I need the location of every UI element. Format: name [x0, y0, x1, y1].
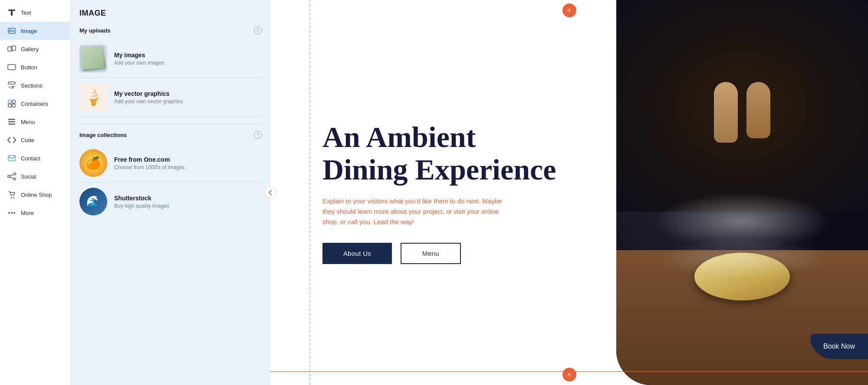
sidebar-item-sections-label: Sections [21, 82, 43, 89]
menu-icon [7, 117, 16, 127]
sidebar-item-menu[interactable]: Menu [0, 113, 70, 131]
hero-text-area: An Ambient Dining Experience Explain to … [270, 0, 616, 385]
svg-line-23 [10, 177, 14, 179]
bread-scene [616, 0, 868, 385]
sidebar-item-more-label: More [21, 210, 34, 216]
photo-stack [79, 45, 107, 72]
svg-rect-13 [8, 104, 11, 107]
sidebar-item-contact-label: Contact [21, 155, 40, 162]
hands-area [616, 0, 868, 212]
sidebar-item-text-label: Text [21, 10, 31, 16]
shutterstock-thumb: 🌊 [79, 188, 107, 215]
sidebar-item-online-shop[interactable]: Online Shop [0, 186, 70, 204]
sidebar-item-image-label: Image [21, 28, 37, 34]
shutterstock-info: Shutterstock Buy high quality images [114, 195, 169, 209]
hero-image-area: Book Now [616, 0, 868, 385]
image-panel: IMAGE My uploads ? My images Add your ow… [71, 0, 270, 385]
add-row-bottom-button[interactable]: + [562, 368, 576, 382]
svg-rect-18 [8, 156, 15, 161]
svg-point-27 [11, 212, 13, 214]
uploads-section-header: My uploads ? [79, 26, 262, 34]
image-panel-wrapper: IMAGE My uploads ? My images Add your ow… [71, 0, 270, 385]
my-vector-info: My vector graphics Add your own vector g… [114, 90, 183, 104]
svg-rect-1 [11, 11, 13, 16]
sidebar: Text Image Gallery Button Sections Conta… [0, 0, 71, 385]
more-icon [7, 208, 16, 218]
free-one-desc: Choose from 1000's of images [114, 164, 184, 170]
collections-help-icon[interactable]: ? [254, 131, 262, 139]
sidebar-item-button[interactable]: Button [0, 58, 70, 76]
about-us-button[interactable]: About Us [322, 243, 392, 264]
sidebar-item-text[interactable]: Text [0, 3, 70, 22]
my-images-thumb [79, 45, 107, 72]
svg-point-28 [13, 212, 15, 214]
svg-rect-12 [12, 100, 15, 103]
text-icon [7, 8, 16, 17]
free-one-thumb: 🍊 [79, 149, 107, 177]
sidebar-item-button-label: Button [21, 64, 37, 71]
collections-section-label: Image collections [79, 132, 127, 138]
my-images-desc: Add your own images [114, 60, 164, 66]
panel-title: IMAGE [79, 9, 262, 18]
svg-rect-15 [8, 119, 15, 120]
svg-rect-6 [8, 65, 16, 70]
fruit-emoji: 🍊 [86, 156, 101, 170]
my-vector-desc: Add your own vector graphics [114, 98, 183, 104]
sidebar-item-gallery-label: Gallery [21, 46, 39, 52]
svg-rect-11 [8, 100, 11, 103]
my-images-item[interactable]: My images Add your own images [79, 39, 262, 78]
canvas-content: An Ambient Dining Experience Explain to … [270, 0, 868, 385]
add-row-top-button[interactable]: + [562, 3, 576, 17]
my-vector-thumb: 🍦 [79, 83, 107, 111]
ocean-emoji: 🌊 [86, 195, 101, 209]
hero-subtitle: Explain to your visitors what you'd like… [322, 196, 505, 227]
free-one-info: Free from One.com Choose from 1000's of … [114, 156, 184, 170]
my-images-title: My images [114, 52, 164, 59]
photo-stack-front [81, 46, 105, 70]
sidebar-item-sections[interactable]: Sections [0, 76, 70, 95]
sidebar-item-image[interactable]: Image [0, 22, 70, 40]
main-canvas: + An Ambient Dining Experience Explain t… [270, 0, 868, 385]
code-icon [7, 135, 16, 145]
sidebar-item-social[interactable]: Social [0, 167, 70, 186]
add-row-bottom-icon: + [567, 370, 572, 379]
sidebar-item-menu-label: Menu [21, 119, 35, 125]
free-one-title: Free from One.com [114, 156, 184, 163]
contact-icon [7, 153, 16, 163]
hero-image-bg [616, 0, 868, 385]
sidebar-item-social-label: Social [21, 173, 36, 180]
svg-rect-17 [8, 124, 15, 125]
svg-point-19 [8, 176, 10, 178]
menu-button[interactable]: Menu [401, 243, 461, 264]
svg-line-22 [10, 174, 14, 176]
free-one-item[interactable]: 🍊 Free from One.com Choose from 1000's o… [79, 144, 262, 183]
svg-point-20 [14, 173, 16, 175]
sidebar-item-containers[interactable]: Containers [0, 95, 70, 113]
svg-rect-7 [8, 82, 15, 84]
svg-rect-0 [8, 10, 15, 11]
add-row-top-icon: + [567, 6, 572, 15]
collections-section-header: Image collections ? [79, 131, 262, 139]
collapse-panel-button[interactable] [264, 186, 276, 199]
svg-rect-14 [12, 104, 15, 107]
sidebar-item-online-shop-label: Online Shop [21, 192, 52, 198]
my-images-info: My images Add your own images [114, 52, 164, 66]
hero-section: An Ambient Dining Experience Explain to … [270, 0, 868, 385]
uploads-help-icon[interactable]: ? [254, 26, 262, 34]
svg-point-8 [9, 86, 10, 88]
shutterstock-item[interactable]: 🌊 Shutterstock Buy high quality images [79, 183, 262, 221]
sidebar-item-code[interactable]: Code [0, 131, 70, 149]
hero-title-line1: An Ambient [322, 121, 476, 153]
my-vector-item[interactable]: 🍦 My vector graphics Add your own vector… [79, 78, 262, 117]
sidebar-item-contact[interactable]: Contact [0, 149, 70, 167]
sidebar-item-gallery[interactable]: Gallery [0, 40, 70, 58]
sections-icon [7, 81, 16, 90]
svg-point-21 [14, 178, 16, 180]
my-vector-title: My vector graphics [114, 90, 183, 97]
svg-rect-16 [8, 121, 15, 123]
shop-icon [7, 190, 16, 199]
svg-point-25 [13, 197, 14, 199]
sidebar-item-more[interactable]: More [0, 204, 70, 222]
panel-divider [79, 124, 262, 124]
sidebar-item-code-label: Code [21, 137, 34, 144]
